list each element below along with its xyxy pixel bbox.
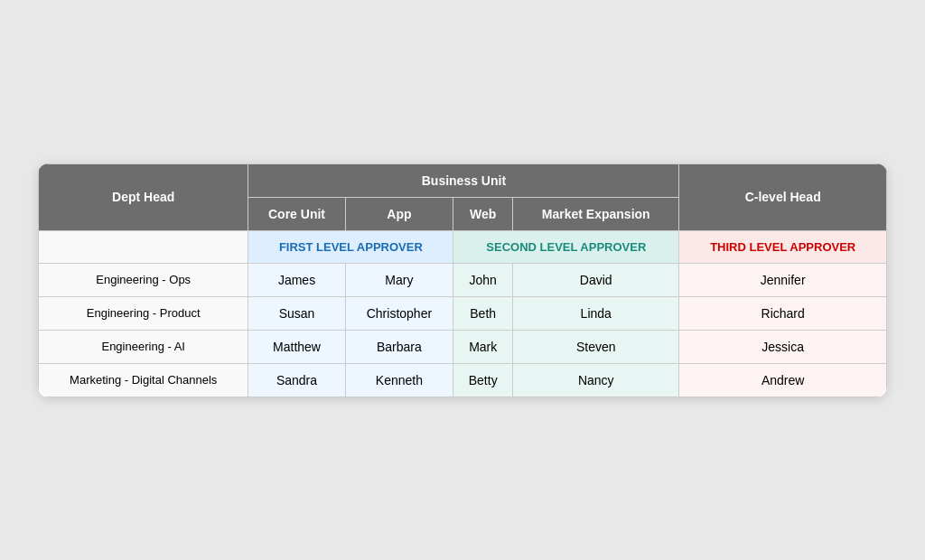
second-level-label: SECOND LEVEL APPROVER bbox=[453, 230, 679, 263]
dept-label: Engineering - Ops bbox=[39, 263, 248, 296]
core-unit-value: Sandra bbox=[248, 363, 345, 397]
app-value: Barbara bbox=[345, 330, 453, 363]
market-expansion-value: Linda bbox=[513, 296, 679, 330]
web-value: Betty bbox=[453, 363, 513, 397]
core-unit-value: James bbox=[248, 263, 345, 296]
dept-head-header: Dept Head bbox=[39, 163, 248, 230]
c-level-value: Andrew bbox=[679, 363, 887, 397]
col-app: App bbox=[345, 197, 453, 230]
app-value: Christopher bbox=[345, 296, 453, 330]
dept-label: Marketing - Digital Channels bbox=[39, 363, 248, 397]
col-market-expansion: Market Expansion bbox=[513, 197, 679, 230]
table-row: Marketing - Digital Channels Sandra Kenn… bbox=[39, 363, 887, 397]
core-unit-value: Susan bbox=[248, 296, 345, 330]
col-web: Web bbox=[453, 197, 513, 230]
col-core-unit: Core Unit bbox=[248, 197, 345, 230]
c-level-value: Jessica bbox=[679, 330, 887, 363]
dept-label: Engineering - AI bbox=[39, 330, 248, 363]
main-card: Dept Head Business Unit C-level Head Cor… bbox=[38, 163, 887, 397]
web-value: Mark bbox=[453, 330, 513, 363]
c-level-value: Richard bbox=[679, 296, 887, 330]
market-expansion-value: Steven bbox=[513, 330, 679, 363]
table-row: Engineering - Product Susan Christopher … bbox=[39, 296, 887, 330]
c-level-value: Jennifer bbox=[679, 263, 887, 296]
table-row: Engineering - AI Matthew Barbara Mark St… bbox=[39, 330, 887, 363]
first-level-label: FIRST LEVEL APPROVER bbox=[248, 230, 453, 263]
web-value: Beth bbox=[453, 296, 513, 330]
business-unit-header: Business Unit bbox=[248, 163, 679, 197]
market-expansion-value: Nancy bbox=[513, 363, 679, 397]
web-value: John bbox=[453, 263, 513, 296]
app-value: Kenneth bbox=[345, 363, 453, 397]
market-expansion-value: David bbox=[513, 263, 679, 296]
third-level-label: THIRD LEVEL APPROVER bbox=[679, 230, 887, 263]
app-value: Mary bbox=[345, 263, 453, 296]
core-unit-value: Matthew bbox=[248, 330, 345, 363]
c-level-header: C-level Head bbox=[679, 163, 887, 230]
dept-label: Engineering - Product bbox=[39, 296, 248, 330]
approver-table: Dept Head Business Unit C-level Head Cor… bbox=[38, 163, 887, 397]
dept-approver-empty bbox=[39, 230, 248, 263]
table-row: Engineering - Ops James Mary John David … bbox=[39, 263, 887, 296]
